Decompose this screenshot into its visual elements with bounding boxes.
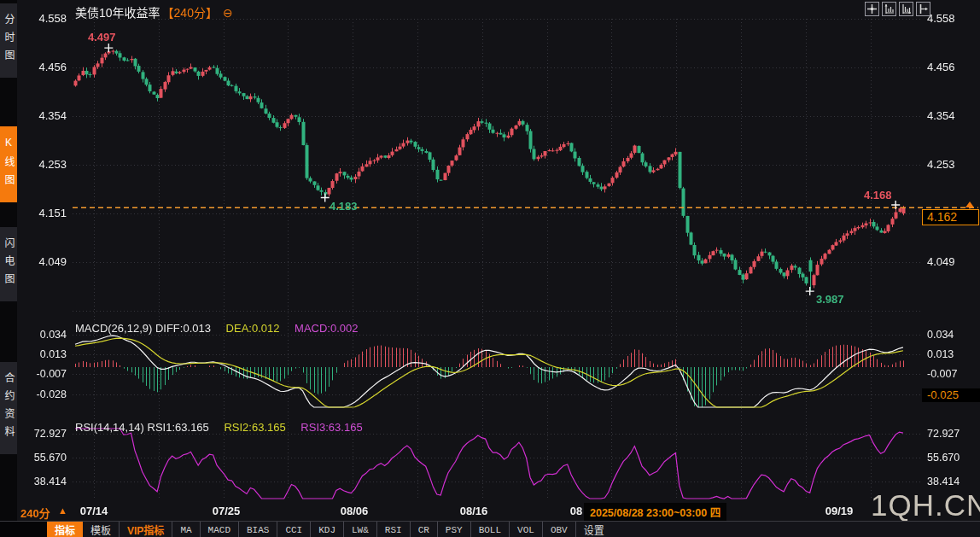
watermark: 1QH.CN — [871, 488, 980, 522]
rsi-axis-label: 72.927 — [19, 428, 67, 440]
timeframe-label[interactable]: 240分 — [20, 505, 50, 521]
y-axis-label: 4.558 — [927, 12, 975, 25]
macd-axis-label: 0.013 — [927, 348, 975, 360]
y-axis-label: 4.558 — [19, 12, 67, 25]
macd-axis-label: 0.034 — [927, 329, 975, 341]
crosshair-icon[interactable] — [865, 2, 879, 16]
sidebar-item-flash-chart[interactable]: 闪电图 — [0, 227, 17, 301]
tab-psy[interactable]: PSY — [437, 522, 470, 537]
tab-boll[interactable]: BOLL — [470, 522, 509, 537]
y-axis-label: 4.354 — [927, 109, 975, 122]
y-axis-label: 4.456 — [19, 61, 67, 73]
crosshair-date-tooltip: 2025/08/28 23:00~03:00 四 — [584, 503, 726, 522]
axis-zoom-left-icon[interactable] — [882, 2, 896, 16]
chart-canvas[interactable] — [0, 0, 980, 537]
rsi-legend-rsi2: RSI2:63.165 — [224, 421, 285, 434]
x-axis-label: 08/06 — [341, 505, 369, 517]
price-annotation-low: 4.183 — [330, 200, 358, 213]
tab-vol[interactable]: VOL — [509, 522, 542, 537]
macd-axis-label: 0.034 — [19, 329, 67, 341]
chart-tools — [865, 2, 930, 16]
tab-ma[interactable]: MA — [172, 522, 199, 537]
x-axis-label: 07/14 — [80, 505, 108, 517]
price-annotation-high: 4.497 — [88, 31, 116, 44]
sidebar: 分时图 K线图 闪电图 合约资料 — [0, 0, 17, 537]
rsi-axis-label: 72.927 — [927, 428, 975, 440]
rsi-axis-label: 38.414 — [927, 476, 975, 487]
macd-value-box: -0.025 — [922, 388, 980, 402]
rsi-legend-rsi1: RSI(14,14,14) RSI1:63.165 — [75, 421, 209, 434]
tab-macd[interactable]: MACD — [200, 522, 238, 537]
rsi-axis-label: 55.670 — [19, 452, 67, 464]
sidebar-item-contract-info[interactable]: 合约资料 — [0, 362, 17, 454]
y-axis-label: 4.456 — [927, 61, 975, 73]
last-price-box: 4.162 — [922, 209, 979, 225]
axis-zoom-right-icon[interactable] — [899, 2, 913, 16]
y-axis-label: 4.253 — [19, 158, 67, 171]
tab-obv[interactable]: OBV — [542, 522, 575, 537]
tab-indicator[interactable]: 指标 — [47, 522, 83, 537]
tab-cr[interactable]: CR — [410, 522, 437, 537]
tab-bias[interactable]: BIAS — [238, 522, 277, 537]
tab-vip-indicator[interactable]: VIP指标 — [119, 522, 172, 537]
price-annotation-low: 3.987 — [816, 293, 844, 306]
tab-lwr[interactable]: LW& — [343, 522, 376, 537]
sidebar-item-time-chart[interactable]: 分时图 — [0, 3, 17, 78]
y-axis-label: 4.049 — [19, 255, 67, 268]
tab-cci[interactable]: CCI — [277, 522, 310, 537]
timeframe-arrow-icon[interactable]: ▲ — [58, 505, 67, 516]
rsi-legend-rsi3: RSI3:63.165 — [300, 421, 362, 434]
macd-legend: MACD(26,12,9) DIFF:0.013 DEA:0.012 MACD:… — [75, 322, 359, 335]
sidebar-item-kline-chart[interactable]: K线图 — [0, 126, 17, 202]
pan-right-icon[interactable] — [916, 2, 930, 16]
x-axis-label: 08/16 — [460, 505, 488, 517]
x-axis-label: 08 — [570, 505, 582, 517]
rsi-legend: RSI(14,14,14) RSI1:63.165 RSI2:63.165 RS… — [75, 421, 363, 434]
rsi-axis-label: 38.414 — [19, 476, 67, 487]
x-axis-label: 07/25 — [213, 505, 241, 517]
price-annotation-high: 4.168 — [864, 189, 892, 201]
chart-application: 美债10年收益率【240分】⊖ 4.558 4.456 4.354 4.253 … — [0, 0, 980, 537]
macd-axis-label: -0.028 — [19, 388, 67, 400]
tab-settings[interactable]: 设置 — [575, 522, 612, 537]
chart-title: 美债10年收益率【240分】⊖ — [75, 3, 233, 20]
macd-axis-label: -0.007 — [19, 368, 67, 380]
y-axis-label: 4.049 — [927, 255, 975, 268]
indicator-toolbar: 指标 模板 VIP指标 MA MACD BIAS CCI KDJ LW& RSI… — [0, 521, 980, 537]
macd-legend-macd: MACD:0.002 — [295, 322, 358, 335]
tab-kdj[interactable]: KDJ — [310, 522, 343, 537]
macd-axis-label: 0.013 — [19, 348, 67, 360]
x-axis-label: 09/19 — [825, 505, 854, 517]
instrument-name: 美债10年收益率 — [75, 6, 160, 20]
tab-template[interactable]: 模板 — [83, 522, 119, 537]
macd-legend-dea: DEA:0.012 — [226, 322, 280, 335]
y-axis-label: 4.151 — [19, 207, 67, 219]
rsi-axis-label: 55.670 — [927, 452, 975, 464]
collapse-icon[interactable]: ⊖ — [223, 6, 233, 20]
toolbar-spacer — [0, 522, 47, 537]
y-axis-label: 4.354 — [19, 109, 67, 122]
tab-rsi[interactable]: RSI — [376, 522, 410, 537]
y-axis-label: 4.253 — [927, 158, 975, 171]
period-tag: 【240分】 — [162, 6, 218, 20]
macd-axis-label: -0.007 — [927, 368, 975, 380]
macd-legend-diff: MACD(26,12,9) DIFF:0.013 — [75, 322, 211, 335]
